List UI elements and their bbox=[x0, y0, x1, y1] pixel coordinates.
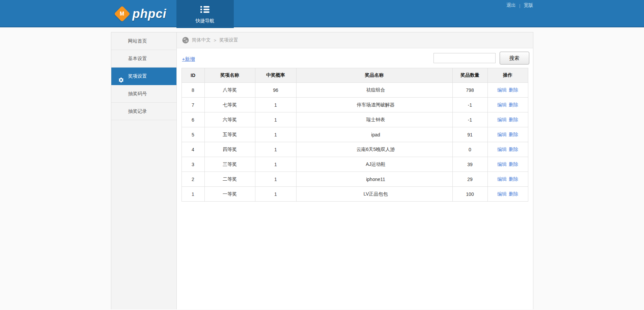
cell-probability: 1 bbox=[255, 98, 296, 112]
edit-link[interactable]: 编辑 bbox=[497, 87, 507, 93]
cell-probability: 1 bbox=[255, 112, 296, 127]
table-row: 7 七等奖 1 停车场道闸破解器 -1 编辑删除 bbox=[181, 98, 528, 112]
edit-link[interactable]: 编辑 bbox=[497, 161, 507, 167]
cell-quantity: -1 bbox=[452, 112, 487, 127]
delete-link[interactable]: 删除 bbox=[509, 147, 518, 152]
logout-link[interactable]: 退出 bbox=[506, 2, 516, 8]
cell-prize-name: ipad bbox=[296, 127, 452, 142]
add-new-link[interactable]: +新增 bbox=[182, 56, 195, 62]
quick-nav-tab[interactable]: 快捷导航 bbox=[176, 0, 234, 28]
delete-link[interactable]: 删除 bbox=[509, 176, 518, 182]
breadcrumb: 简体中文 > 奖项设置 bbox=[177, 32, 533, 48]
table-row: 2 二等奖 1 iphone11 29 编辑删除 bbox=[181, 172, 528, 187]
col-header-id: ID bbox=[181, 68, 204, 83]
cell-id: 8 bbox=[181, 83, 204, 98]
cell-prize-name: 云南6天5晚双人游 bbox=[296, 142, 452, 157]
cell-actions: 编辑删除 bbox=[487, 187, 528, 202]
cell-actions: 编辑删除 bbox=[487, 172, 528, 187]
cell-quantity: 100 bbox=[452, 187, 487, 202]
logo-text: phpci bbox=[133, 7, 167, 21]
delete-link[interactable]: 删除 bbox=[509, 102, 518, 107]
cell-probability: 1 bbox=[255, 157, 296, 172]
table-row: 4 四等奖 1 云南6天5晚双人游 0 编辑删除 bbox=[181, 142, 528, 157]
cell-prize-level: 五等奖 bbox=[204, 127, 255, 142]
edit-link[interactable]: 编辑 bbox=[497, 102, 507, 107]
cell-actions: 编辑删除 bbox=[487, 142, 528, 157]
cell-id: 6 bbox=[181, 112, 204, 127]
cell-prize-name: 祛痘组合 bbox=[296, 83, 452, 98]
col-header-prize-level: 奖项名称 bbox=[204, 68, 255, 83]
col-header-prize-name: 奖品名称 bbox=[296, 68, 452, 83]
wide-mode-link[interactable]: 宽版 bbox=[524, 2, 533, 8]
cell-prize-name: LV正品包包 bbox=[296, 187, 452, 202]
cell-id: 5 bbox=[181, 127, 204, 142]
delete-link[interactable]: 删除 bbox=[509, 132, 518, 137]
cell-prize-name: 瑞士钟表 bbox=[296, 112, 452, 127]
cell-probability: 1 bbox=[255, 142, 296, 157]
cell-prize-level: 六等奖 bbox=[204, 112, 255, 127]
table-row: 3 三等奖 1 AJ运动鞋 39 编辑删除 bbox=[181, 157, 528, 172]
search-button[interactable]: 搜索 bbox=[500, 52, 529, 64]
col-header-actions: 操作 bbox=[487, 68, 528, 83]
cell-probability: 1 bbox=[255, 187, 296, 202]
breadcrumb-page: 奖项设置 bbox=[219, 37, 238, 43]
cell-id: 4 bbox=[181, 142, 204, 157]
delete-link[interactable]: 删除 bbox=[509, 87, 518, 93]
cell-actions: 编辑删除 bbox=[487, 98, 528, 112]
edit-link[interactable]: 编辑 bbox=[497, 147, 507, 152]
cell-id: 1 bbox=[181, 187, 204, 202]
content-panel: 简体中文 > 奖项设置 +新增 搜索 bbox=[177, 32, 533, 309]
globe-icon bbox=[182, 37, 189, 44]
sidebar-item-home[interactable]: 网站首页 bbox=[111, 32, 176, 50]
edit-link[interactable]: 编辑 bbox=[497, 191, 507, 197]
cell-probability: 96 bbox=[255, 83, 296, 98]
sidebar-item-basic-settings[interactable]: 基本设置 bbox=[111, 50, 176, 68]
cell-prize-name: iphone11 bbox=[296, 172, 452, 187]
sidebar-item-lottery-records[interactable]: 抽奖记录 bbox=[111, 103, 176, 120]
list-menu-icon bbox=[200, 6, 209, 15]
sidebar-item-prize-settings[interactable]: 奖项设置 bbox=[111, 68, 176, 85]
cell-actions: 编辑删除 bbox=[487, 127, 528, 142]
edit-link[interactable]: 编辑 bbox=[497, 176, 507, 182]
edit-link[interactable]: 编辑 bbox=[497, 132, 507, 137]
col-header-probability: 中奖概率 bbox=[255, 68, 296, 83]
table-row: 6 六等奖 1 瑞士钟表 -1 编辑删除 bbox=[181, 112, 528, 127]
logo-mark: M bbox=[120, 10, 124, 17]
cell-prize-name: 停车场道闸破解器 bbox=[296, 98, 452, 112]
sidebar-item-label: 网站首页 bbox=[128, 38, 147, 44]
cell-actions: 编辑删除 bbox=[487, 157, 528, 172]
search-input[interactable] bbox=[433, 53, 496, 63]
sidebar: 网站首页 基本设置 奖项设置 抽奖码号 抽奖记录 bbox=[111, 32, 177, 309]
cell-prize-name: AJ运动鞋 bbox=[296, 157, 452, 172]
sidebar-item-label: 抽奖码号 bbox=[128, 91, 147, 96]
toolbar: +新增 搜索 bbox=[177, 48, 533, 68]
cell-id: 7 bbox=[181, 98, 204, 112]
delete-link[interactable]: 删除 bbox=[509, 161, 518, 167]
delete-link[interactable]: 删除 bbox=[509, 191, 518, 197]
breadcrumb-language[interactable]: 简体中文 bbox=[192, 37, 211, 43]
cell-prize-level: 四等奖 bbox=[204, 142, 255, 157]
app-logo[interactable]: M phpci bbox=[114, 0, 167, 27]
cell-quantity: 91 bbox=[452, 127, 487, 142]
search-group: 搜索 bbox=[433, 52, 529, 64]
sidebar-item-label: 抽奖记录 bbox=[128, 108, 147, 114]
sidebar-item-label: 基本设置 bbox=[128, 56, 147, 61]
table-row: 5 五等奖 1 ipad 91 编辑删除 bbox=[181, 127, 528, 142]
main-container: 网站首页 基本设置 奖项设置 抽奖码号 抽奖记录 bbox=[111, 32, 533, 309]
sidebar-item-lottery-codes[interactable]: 抽奖码号 bbox=[111, 85, 176, 103]
cell-id: 2 bbox=[181, 172, 204, 187]
cell-prize-level: 八等奖 bbox=[204, 83, 255, 98]
delete-link[interactable]: 删除 bbox=[509, 117, 518, 122]
cell-quantity: 0 bbox=[452, 142, 487, 157]
cell-prize-level: 七等奖 bbox=[204, 98, 255, 112]
cell-quantity: -1 bbox=[452, 98, 487, 112]
cell-actions: 编辑删除 bbox=[487, 83, 528, 98]
cell-prize-level: 二等奖 bbox=[204, 172, 255, 187]
breadcrumb-separator: > bbox=[214, 38, 217, 43]
table-row: 8 八等奖 96 祛痘组合 798 编辑删除 bbox=[181, 83, 528, 98]
cell-quantity: 29 bbox=[452, 172, 487, 187]
header-links: 退出 | 宽版 bbox=[506, 2, 533, 8]
prize-table: ID 奖项名称 中奖概率 奖品名称 奖品数量 操作 8 八等奖 bbox=[181, 68, 528, 202]
edit-link[interactable]: 编辑 bbox=[497, 117, 507, 122]
cell-probability: 1 bbox=[255, 127, 296, 142]
